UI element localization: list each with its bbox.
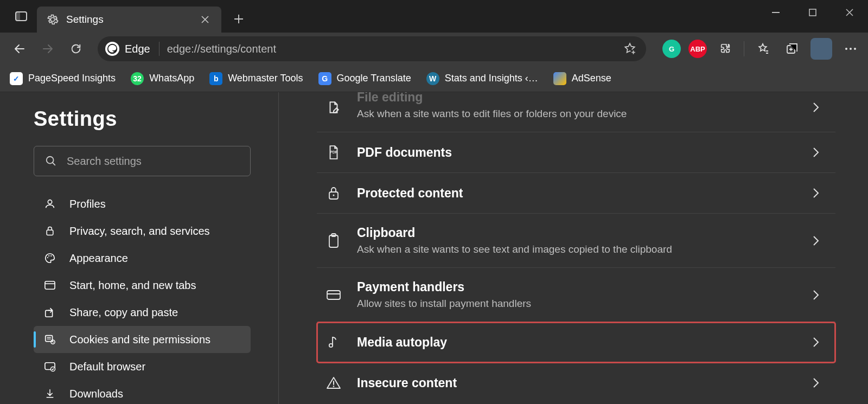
arrow-left-icon xyxy=(13,42,26,55)
extension-grammarly[interactable]: G xyxy=(662,40,681,58)
extensions-button[interactable] xyxy=(714,38,736,60)
address-bar[interactable]: Edge edge://settings/content xyxy=(98,36,646,61)
clipboard-icon xyxy=(326,233,342,249)
minimize-icon xyxy=(772,12,780,13)
svg-rect-25 xyxy=(329,235,338,247)
svg-rect-16 xyxy=(45,281,55,290)
bookmark-pagespeed[interactable]: ✓ PageSpeed Insights xyxy=(10,72,116,85)
chevron-right-icon xyxy=(813,102,819,113)
setting-title: PDF documents xyxy=(357,145,797,160)
profile-avatar[interactable] xyxy=(810,38,832,60)
sidebar-item-share[interactable]: Share, copy and paste xyxy=(34,299,251,326)
search-icon xyxy=(45,155,57,167)
sidebar-item-label: Downloads xyxy=(69,388,123,400)
chevron-right-icon xyxy=(813,337,819,348)
url-text: edge://settings/content xyxy=(167,43,621,55)
extension-adblock[interactable]: ABP xyxy=(688,40,707,58)
search-settings-box[interactable] xyxy=(34,146,251,176)
favicon-icon: b xyxy=(209,72,222,85)
bookmark-label: WhatsApp xyxy=(149,73,194,84)
sidebar-item-profiles[interactable]: Profiles xyxy=(34,190,251,217)
window-close-button[interactable] xyxy=(831,0,868,25)
setting-insecure-content[interactable]: Insecure content xyxy=(317,363,835,403)
sidebar-item-label: Appearance xyxy=(69,252,128,265)
setting-media-autoplay[interactable]: Media autoplay xyxy=(317,322,835,363)
tab-close-button[interactable] xyxy=(197,12,213,27)
tabs-icon xyxy=(15,11,27,21)
bookmark-stats[interactable]: W Stats and Insights ‹… xyxy=(426,72,538,85)
sidebar-item-appearance[interactable]: Appearance xyxy=(34,245,251,272)
setting-subtitle: Ask when a site wants to edit files or f… xyxy=(357,108,797,120)
back-button[interactable] xyxy=(7,36,33,62)
origin-label: Edge xyxy=(125,43,150,55)
bookmark-adsense[interactable]: AdSense xyxy=(553,72,611,85)
refresh-icon xyxy=(70,43,82,55)
svg-text:PDF: PDF xyxy=(330,150,338,154)
sidebar-item-start[interactable]: Start, home, and new tabs xyxy=(34,272,251,299)
favorites-button[interactable] xyxy=(752,38,774,60)
setting-clipboard[interactable]: Clipboard Ask when a site wants to see t… xyxy=(317,214,835,268)
settings-nav: Profiles Privacy, search, and services A… xyxy=(34,190,251,404)
star-lines-icon xyxy=(756,42,769,55)
browser-tab[interactable]: Settings xyxy=(37,7,221,33)
setting-pdf-documents[interactable]: PDF PDF documents xyxy=(317,132,835,173)
chevron-right-icon xyxy=(813,188,819,198)
setting-title: Media autoplay xyxy=(357,335,797,350)
svg-point-28 xyxy=(329,344,333,347)
favicon-icon xyxy=(553,72,566,85)
add-favorite-button[interactable] xyxy=(621,40,639,57)
sidebar-item-label: Start, home, and new tabs xyxy=(69,279,196,292)
close-icon xyxy=(201,16,209,23)
sidebar-item-default-browser[interactable]: Default browser xyxy=(34,353,251,380)
setting-protected-content[interactable]: Protected content xyxy=(317,173,835,214)
setting-payment-handlers[interactable]: Payment handlers Allow sites to install … xyxy=(317,268,835,322)
maximize-button[interactable] xyxy=(794,0,831,25)
collections-button[interactable] xyxy=(781,38,803,60)
setting-subtitle: Ask when a site wants to see text and im… xyxy=(357,243,797,255)
profile-icon xyxy=(43,197,56,210)
sidebar-item-label: Privacy, search, and services xyxy=(69,225,210,238)
forward-button[interactable] xyxy=(35,36,61,62)
sidebar-item-downloads[interactable]: Downloads xyxy=(34,380,251,404)
tabs-overview-button[interactable] xyxy=(10,5,33,28)
svg-rect-12 xyxy=(47,230,53,235)
svg-point-8 xyxy=(850,48,852,50)
bookmark-label: PageSpeed Insights xyxy=(28,73,116,84)
close-icon xyxy=(845,8,854,17)
minimize-button[interactable] xyxy=(757,0,794,25)
sidebar-item-label: Cookies and site permissions xyxy=(69,334,210,346)
music-note-icon xyxy=(326,334,342,350)
plus-icon xyxy=(234,14,244,24)
sidebar-item-privacy[interactable]: Privacy, search, and services xyxy=(34,217,251,245)
svg-point-24 xyxy=(333,195,335,196)
window-controls xyxy=(757,0,868,25)
browser-check-icon xyxy=(43,360,56,373)
bookmark-translate[interactable]: G Google Translate xyxy=(318,72,411,85)
setting-title: Clipboard xyxy=(357,226,797,240)
edge-origin-chip: Edge xyxy=(105,42,159,56)
tab-title: Settings xyxy=(66,14,190,25)
setting-title: Insecure content xyxy=(357,376,797,390)
search-input[interactable] xyxy=(67,155,239,168)
card-icon xyxy=(326,287,342,303)
favicon-icon: G xyxy=(318,72,331,85)
chevron-right-icon xyxy=(813,235,819,246)
collections-icon xyxy=(786,42,799,55)
bookmark-label: Google Translate xyxy=(337,73,411,84)
star-plus-icon xyxy=(623,42,637,56)
favicon-icon: W xyxy=(426,72,439,85)
sidebar-item-label: Profiles xyxy=(69,198,106,210)
bookmark-label: AdSense xyxy=(572,73,611,84)
new-tab-button[interactable] xyxy=(227,7,251,31)
bookmark-webmaster[interactable]: b Webmaster Tools xyxy=(209,72,303,85)
refresh-button[interactable] xyxy=(63,36,89,62)
bookmark-whatsapp[interactable]: 32 WhatsApp xyxy=(131,72,194,85)
more-menu-button[interactable] xyxy=(840,38,861,60)
bookmarks-bar: ✓ PageSpeed Insights 32 WhatsApp b Webma… xyxy=(0,65,868,92)
sidebar-item-cookies[interactable]: Cookies and site permissions xyxy=(34,326,251,353)
tab-strip: Settings xyxy=(0,0,251,33)
puzzle-icon xyxy=(719,43,731,55)
svg-rect-1 xyxy=(16,12,20,21)
setting-file-editing[interactable]: File editing Ask when a site wants to ed… xyxy=(317,92,835,132)
bookmark-label: Webmaster Tools xyxy=(228,73,303,84)
